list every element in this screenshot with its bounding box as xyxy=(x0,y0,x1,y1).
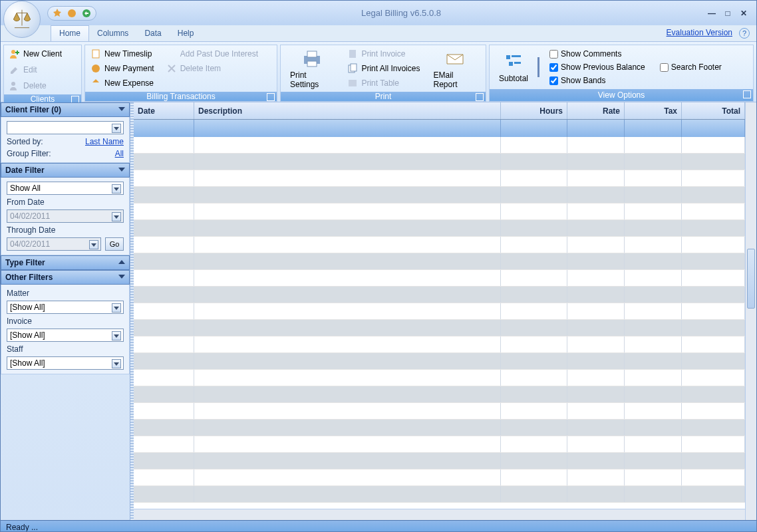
data-grid: Date Description Hours Rate Tax Total xyxy=(134,102,745,520)
minimize-button[interactable]: — xyxy=(706,9,718,18)
close-button[interactable]: ✕ xyxy=(738,9,750,18)
staff-label: Staff xyxy=(7,344,124,354)
quick-access-toolbar xyxy=(47,6,96,21)
table-row[interactable] xyxy=(134,436,745,453)
maximize-button[interactable]: □ xyxy=(722,9,734,18)
table-row[interactable] xyxy=(134,420,745,436)
svg-rect-10 xyxy=(351,64,357,71)
show-bands-checkbox[interactable] xyxy=(549,76,558,85)
search-footer-checkbox[interactable] xyxy=(660,63,669,72)
help-icon[interactable]: ? xyxy=(739,28,750,39)
table-row[interactable] xyxy=(134,353,745,370)
horizontal-scrollbar[interactable] xyxy=(134,509,745,520)
view-dialog-launcher[interactable] xyxy=(743,90,751,98)
table-row[interactable] xyxy=(134,137,745,154)
chevron-down-icon[interactable] xyxy=(112,124,121,133)
svg-rect-12 xyxy=(506,55,510,59)
tab-home[interactable]: Home xyxy=(51,25,89,41)
date-filter-go-button[interactable]: Go xyxy=(105,237,124,251)
new-payment-button[interactable]: New Payment xyxy=(88,61,157,76)
column-description[interactable]: Description xyxy=(194,102,501,119)
grid-filter-row[interactable] xyxy=(134,120,745,137)
type-filter-header[interactable]: Type Filter xyxy=(1,255,130,270)
evaluation-version-link[interactable]: Evaluation Version xyxy=(667,28,732,37)
client-filter-combo[interactable] xyxy=(7,121,124,134)
column-total[interactable]: Total xyxy=(682,102,745,119)
chevron-down-icon[interactable] xyxy=(112,331,121,340)
through-date-input: 04/02/2011 xyxy=(7,237,101,251)
group-filter-link[interactable]: All xyxy=(115,149,124,158)
table-row[interactable] xyxy=(134,253,745,270)
table-row[interactable] xyxy=(134,403,745,420)
through-date-label: Through Date xyxy=(7,225,124,235)
table-row[interactable] xyxy=(134,303,745,320)
svg-rect-13 xyxy=(512,55,521,57)
chevron-down-icon[interactable] xyxy=(112,359,121,368)
table-row[interactable] xyxy=(134,287,745,303)
table-row[interactable] xyxy=(134,237,745,253)
table-row[interactable] xyxy=(134,203,745,220)
date-filter-mode-combo[interactable]: Show All xyxy=(7,182,124,195)
invoice-combo[interactable]: [Show All] xyxy=(7,329,124,342)
new-client-button[interactable]: New Client xyxy=(7,47,78,61)
table-row[interactable] xyxy=(134,170,745,187)
svg-rect-14 xyxy=(509,62,513,66)
table-row[interactable] xyxy=(134,270,745,287)
svg-point-4 xyxy=(92,65,100,72)
table-row[interactable] xyxy=(134,453,745,469)
staff-combo[interactable]: [Show All] xyxy=(7,356,124,370)
column-date[interactable]: Date xyxy=(134,102,194,119)
table-row[interactable] xyxy=(134,386,745,403)
table-row[interactable] xyxy=(134,220,745,237)
date-filter-header[interactable]: Date Filter xyxy=(1,163,130,178)
person-minus-icon xyxy=(9,80,20,91)
svg-rect-8 xyxy=(349,50,356,58)
table-row[interactable] xyxy=(134,336,745,353)
table-row[interactable] xyxy=(134,370,745,386)
subtotal-dropdown[interactable] xyxy=(537,57,543,77)
new-expense-button[interactable]: New Expense xyxy=(88,76,157,90)
email-report-button[interactable]: EMail Report xyxy=(426,47,483,90)
chevron-down-icon[interactable] xyxy=(112,303,121,313)
person-plus-icon xyxy=(9,49,20,59)
interest-icon xyxy=(166,49,177,59)
show-previous-balance-checkbox[interactable] xyxy=(549,63,558,72)
sorted-by-link[interactable]: Last Name xyxy=(85,137,124,146)
other-filters-header[interactable]: Other Filters xyxy=(1,270,130,285)
show-comments-checkbox[interactable] xyxy=(549,50,558,59)
column-rate[interactable]: Rate xyxy=(567,102,625,119)
tab-data[interactable]: Data xyxy=(136,26,169,41)
qat-icon-3[interactable] xyxy=(81,8,92,19)
print-settings-button[interactable]: Print Settings xyxy=(283,47,341,90)
matter-combo[interactable]: [Show All] xyxy=(7,301,124,314)
tab-help[interactable]: Help xyxy=(170,26,202,41)
payment-icon xyxy=(90,63,101,74)
client-filter-header[interactable]: Client Filter (0) xyxy=(1,102,130,117)
table-row[interactable] xyxy=(134,320,745,336)
title-bar: Legal Billing v6.5.0.8 — □ ✕ xyxy=(1,1,756,25)
qat-icon-1[interactable] xyxy=(52,8,63,19)
table-icon xyxy=(347,78,358,88)
print-all-invoices-button[interactable]: Print All Invoices xyxy=(345,61,422,76)
timeslip-icon xyxy=(90,49,101,59)
sorted-by-label: Sorted by: xyxy=(7,137,43,146)
table-row[interactable] xyxy=(134,469,745,486)
billing-dialog-launcher[interactable] xyxy=(267,93,275,101)
tab-columns[interactable]: Columns xyxy=(89,26,136,41)
qat-icon-2[interactable] xyxy=(67,8,77,19)
table-row[interactable] xyxy=(134,486,745,503)
content-area: Client Filter (0) Sorted by:Last Name Gr… xyxy=(1,102,756,520)
table-row[interactable] xyxy=(134,187,745,203)
scrollbar-thumb[interactable] xyxy=(747,249,755,309)
svg-point-2 xyxy=(11,82,15,86)
vertical-scrollbar[interactable] xyxy=(745,102,756,520)
subtotal-button[interactable]: Subtotal xyxy=(492,50,535,84)
chevron-down-icon[interactable] xyxy=(112,184,121,194)
column-hours[interactable]: Hours xyxy=(501,102,567,119)
print-dialog-launcher[interactable] xyxy=(476,93,484,101)
column-tax[interactable]: Tax xyxy=(625,102,682,119)
new-timeslip-button[interactable]: New Timeslip xyxy=(88,47,157,61)
status-bar: Ready ... xyxy=(1,520,756,532)
invoice-icon xyxy=(347,49,358,59)
table-row[interactable] xyxy=(134,154,745,170)
